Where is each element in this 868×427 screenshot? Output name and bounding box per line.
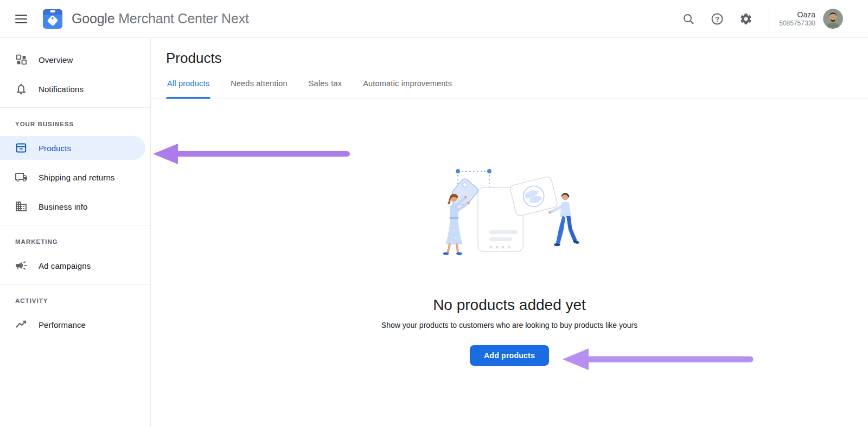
main-content: Products All products Needs attention Sa…: [151, 38, 868, 427]
avatar[interactable]: [823, 9, 843, 29]
sidebar-item-performance[interactable]: Performance: [0, 312, 150, 338]
sidebar-item-overview[interactable]: Overview: [0, 47, 150, 73]
account-name: Oaza: [779, 10, 815, 20]
tab-automatic-improvements[interactable]: Automatic improvements: [362, 77, 453, 99]
sidebar-item-label: Performance: [39, 320, 86, 329]
megaphone-icon: [15, 259, 28, 272]
tab-needs-attention[interactable]: Needs attention: [229, 77, 289, 99]
search-icon[interactable]: [678, 8, 699, 30]
sidebar-item-label: Shipping and returns: [39, 173, 114, 182]
sidebar-item-label: Ad campaigns: [39, 261, 91, 270]
account-info[interactable]: Oaza 5085757330: [779, 10, 815, 28]
tab-sales-tax[interactable]: Sales tax: [308, 77, 343, 99]
sidebar-divider: [0, 107, 150, 108]
sidebar-section-marketing: MARKETING: [0, 231, 150, 249]
overview-grid-icon: [15, 53, 28, 66]
empty-state-subtitle: Show your products to customers who are …: [151, 321, 868, 330]
app-title-brand: Google: [72, 11, 114, 26]
empty-state-illustration: ★★★★: [433, 162, 585, 262]
help-icon[interactable]: ?: [706, 8, 728, 30]
sidebar-item-shipping[interactable]: Shipping and returns: [0, 164, 150, 190]
svg-text:★★★★: ★★★★: [489, 244, 513, 250]
add-products-button[interactable]: Add products: [470, 345, 549, 366]
sidebar: Overview Notifications YOUR BUSINESS Pro…: [0, 38, 151, 427]
account-id: 5085757330: [779, 20, 815, 28]
truck-icon: [15, 171, 28, 184]
products-box-icon: [15, 141, 28, 154]
sidebar-item-ad-campaigns[interactable]: Ad campaigns: [0, 253, 150, 279]
building-icon: [15, 200, 28, 213]
sidebar-item-label: Business info: [39, 202, 88, 211]
trending-up-icon: [15, 318, 28, 331]
sidebar-divider: [0, 284, 150, 284]
sidebar-item-label: Overview: [39, 55, 73, 64]
sidebar-item-business-info[interactable]: Business info: [0, 193, 150, 219]
sidebar-item-notifications[interactable]: Notifications: [0, 76, 150, 102]
empty-state-title: No products added yet: [151, 296, 868, 314]
page-title: Products: [166, 50, 868, 66]
sidebar-item-label: Products: [39, 144, 71, 153]
merchant-center-logo: [42, 9, 63, 29]
menu-icon[interactable]: [15, 12, 29, 26]
sidebar-item-label: Notifications: [39, 85, 84, 94]
settings-icon[interactable]: [735, 8, 757, 30]
tab-bar: All products Needs attention Sales tax A…: [151, 77, 868, 99]
sidebar-item-products[interactable]: Products: [0, 136, 145, 160]
app-title-product: Merchant Center Next: [118, 11, 249, 26]
tab-all-products[interactable]: All products: [166, 77, 210, 99]
empty-state: ★★★★: [151, 162, 868, 366]
svg-text:?: ?: [715, 15, 719, 23]
sidebar-section-your-business: YOUR BUSINESS: [0, 113, 150, 132]
app-title: Google Merchant Center Next: [72, 11, 249, 27]
header-divider: [769, 9, 769, 29]
sidebar-section-activity: ACTIVITY: [0, 290, 150, 308]
app-header: Google Merchant Center Next ? Oaza 50857…: [0, 0, 868, 38]
sidebar-divider: [0, 225, 150, 225]
bell-icon: [15, 82, 28, 95]
